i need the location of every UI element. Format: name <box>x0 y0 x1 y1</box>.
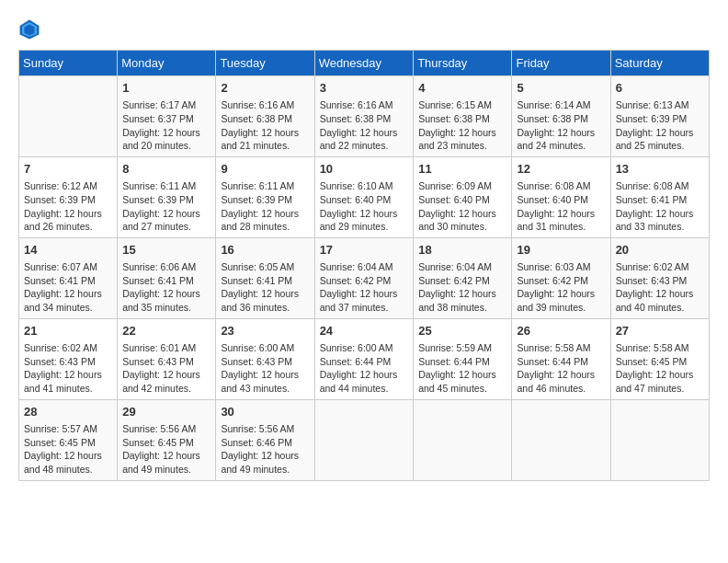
day-info: Sunrise: 6:10 AM Sunset: 6:40 PM Dayligh… <box>320 179 409 234</box>
day-info: Sunrise: 6:08 AM Sunset: 6:41 PM Dayligh… <box>616 179 704 234</box>
day-of-week-header: Tuesday <box>216 51 314 76</box>
calendar-week-row: 7Sunrise: 6:12 AM Sunset: 6:39 PM Daylig… <box>19 156 710 237</box>
day-of-week-header: Saturday <box>610 51 709 76</box>
calendar-cell <box>19 76 118 157</box>
day-of-week-header: Monday <box>118 51 216 76</box>
day-number: 29 <box>122 404 210 420</box>
calendar-cell: 16Sunrise: 6:05 AM Sunset: 6:41 PM Dayli… <box>216 237 314 318</box>
day-info: Sunrise: 5:59 AM Sunset: 6:44 PM Dayligh… <box>418 341 506 396</box>
day-number: 6 <box>616 80 704 97</box>
day-number: 14 <box>24 242 112 259</box>
day-number: 11 <box>418 161 506 178</box>
day-info: Sunrise: 6:02 AM Sunset: 6:43 PM Dayligh… <box>616 260 704 315</box>
header <box>18 18 710 40</box>
day-number: 26 <box>517 323 605 339</box>
day-number: 19 <box>517 242 605 259</box>
day-number: 17 <box>320 242 409 259</box>
calendar-cell: 7Sunrise: 6:12 AM Sunset: 6:39 PM Daylig… <box>19 156 118 237</box>
day-info: Sunrise: 6:16 AM Sunset: 6:38 PM Dayligh… <box>221 98 309 153</box>
day-info: Sunrise: 6:07 AM Sunset: 6:41 PM Dayligh… <box>24 260 112 315</box>
calendar-cell <box>610 399 709 480</box>
calendar-cell <box>314 399 414 480</box>
calendar-cell: 9Sunrise: 6:11 AM Sunset: 6:39 PM Daylig… <box>216 156 314 237</box>
calendar-cell: 8Sunrise: 6:11 AM Sunset: 6:39 PM Daylig… <box>118 156 216 237</box>
calendar-cell: 18Sunrise: 6:04 AM Sunset: 6:42 PM Dayli… <box>414 237 512 318</box>
day-number: 25 <box>418 323 506 339</box>
calendar-cell: 4Sunrise: 6:15 AM Sunset: 6:38 PM Daylig… <box>414 76 512 157</box>
logo-icon <box>18 18 40 40</box>
day-info: Sunrise: 6:15 AM Sunset: 6:38 PM Dayligh… <box>418 98 506 153</box>
calendar-week-row: 28Sunrise: 5:57 AM Sunset: 6:45 PM Dayli… <box>19 399 710 480</box>
day-number: 12 <box>517 161 605 178</box>
day-info: Sunrise: 6:04 AM Sunset: 6:42 PM Dayligh… <box>418 260 506 315</box>
calendar-cell: 27Sunrise: 5:58 AM Sunset: 6:45 PM Dayli… <box>610 318 709 399</box>
calendar-cell: 14Sunrise: 6:07 AM Sunset: 6:41 PM Dayli… <box>19 237 118 318</box>
day-number: 16 <box>221 242 309 259</box>
day-info: Sunrise: 6:11 AM Sunset: 6:39 PM Dayligh… <box>221 179 309 234</box>
day-number: 2 <box>221 80 309 97</box>
calendar-cell: 23Sunrise: 6:00 AM Sunset: 6:43 PM Dayli… <box>216 318 314 399</box>
day-of-week-header: Sunday <box>19 51 118 76</box>
day-info: Sunrise: 6:11 AM Sunset: 6:39 PM Dayligh… <box>122 179 210 234</box>
calendar-cell: 26Sunrise: 5:58 AM Sunset: 6:44 PM Dayli… <box>512 318 610 399</box>
calendar-cell: 11Sunrise: 6:09 AM Sunset: 6:40 PM Dayli… <box>414 156 512 237</box>
calendar-cell: 10Sunrise: 6:10 AM Sunset: 6:40 PM Dayli… <box>314 156 414 237</box>
calendar-cell: 5Sunrise: 6:14 AM Sunset: 6:38 PM Daylig… <box>512 76 610 157</box>
calendar-cell: 17Sunrise: 6:04 AM Sunset: 6:42 PM Dayli… <box>314 237 414 318</box>
calendar-cell: 3Sunrise: 6:16 AM Sunset: 6:38 PM Daylig… <box>314 76 414 157</box>
calendar-cell <box>512 399 610 480</box>
calendar-cell: 6Sunrise: 6:13 AM Sunset: 6:39 PM Daylig… <box>610 76 709 157</box>
calendar-cell <box>414 399 512 480</box>
day-of-week-header: Wednesday <box>314 51 414 76</box>
day-number: 15 <box>122 242 210 259</box>
day-info: Sunrise: 6:16 AM Sunset: 6:38 PM Dayligh… <box>320 98 409 153</box>
day-number: 9 <box>221 161 309 178</box>
day-number: 3 <box>320 80 409 97</box>
day-number: 8 <box>122 161 210 178</box>
day-info: Sunrise: 6:08 AM Sunset: 6:40 PM Dayligh… <box>517 179 605 234</box>
day-info: Sunrise: 6:12 AM Sunset: 6:39 PM Dayligh… <box>24 179 112 234</box>
day-info: Sunrise: 5:58 AM Sunset: 6:45 PM Dayligh… <box>616 341 704 396</box>
calendar-table: SundayMondayTuesdayWednesdayThursdayFrid… <box>18 50 710 481</box>
day-info: Sunrise: 6:13 AM Sunset: 6:39 PM Dayligh… <box>616 98 704 153</box>
calendar-cell: 1Sunrise: 6:17 AM Sunset: 6:37 PM Daylig… <box>118 76 216 157</box>
day-number: 7 <box>24 161 112 178</box>
calendar-week-row: 14Sunrise: 6:07 AM Sunset: 6:41 PM Dayli… <box>19 237 710 318</box>
day-number: 23 <box>221 323 309 339</box>
day-number: 13 <box>616 161 704 178</box>
day-info: Sunrise: 6:17 AM Sunset: 6:37 PM Dayligh… <box>122 98 210 153</box>
day-info: Sunrise: 6:03 AM Sunset: 6:42 PM Dayligh… <box>517 260 605 315</box>
day-info: Sunrise: 6:00 AM Sunset: 6:44 PM Dayligh… <box>320 341 409 396</box>
day-info: Sunrise: 6:02 AM Sunset: 6:43 PM Dayligh… <box>24 341 112 396</box>
day-number: 18 <box>418 242 506 259</box>
day-of-week-header: Friday <box>512 51 610 76</box>
day-of-week-header: Thursday <box>414 51 512 76</box>
calendar-week-row: 1Sunrise: 6:17 AM Sunset: 6:37 PM Daylig… <box>19 76 710 157</box>
day-number: 22 <box>122 323 210 339</box>
day-number: 21 <box>24 323 112 339</box>
calendar-cell: 28Sunrise: 5:57 AM Sunset: 6:45 PM Dayli… <box>19 399 118 480</box>
day-number: 5 <box>517 80 605 97</box>
calendar-week-row: 21Sunrise: 6:02 AM Sunset: 6:43 PM Dayli… <box>19 318 710 399</box>
day-number: 24 <box>320 323 409 339</box>
calendar-cell: 15Sunrise: 6:06 AM Sunset: 6:41 PM Dayli… <box>118 237 216 318</box>
calendar-body: 1Sunrise: 6:17 AM Sunset: 6:37 PM Daylig… <box>19 76 710 481</box>
calendar-cell: 2Sunrise: 6:16 AM Sunset: 6:38 PM Daylig… <box>216 76 314 157</box>
day-info: Sunrise: 6:14 AM Sunset: 6:38 PM Dayligh… <box>517 98 605 153</box>
day-info: Sunrise: 5:57 AM Sunset: 6:45 PM Dayligh… <box>24 422 112 477</box>
calendar-cell: 13Sunrise: 6:08 AM Sunset: 6:41 PM Dayli… <box>610 156 709 237</box>
logo <box>18 18 44 40</box>
day-info: Sunrise: 6:09 AM Sunset: 6:40 PM Dayligh… <box>418 179 506 234</box>
calendar-cell: 22Sunrise: 6:01 AM Sunset: 6:43 PM Dayli… <box>118 318 216 399</box>
day-info: Sunrise: 5:58 AM Sunset: 6:44 PM Dayligh… <box>517 341 605 396</box>
day-info: Sunrise: 6:04 AM Sunset: 6:42 PM Dayligh… <box>320 260 409 315</box>
calendar-cell: 12Sunrise: 6:08 AM Sunset: 6:40 PM Dayli… <box>512 156 610 237</box>
day-number: 1 <box>122 80 210 97</box>
day-info: Sunrise: 6:05 AM Sunset: 6:41 PM Dayligh… <box>221 260 309 315</box>
calendar-cell: 30Sunrise: 5:56 AM Sunset: 6:46 PM Dayli… <box>216 399 314 480</box>
day-number: 20 <box>616 242 704 259</box>
day-number: 10 <box>320 161 409 178</box>
day-info: Sunrise: 6:01 AM Sunset: 6:43 PM Dayligh… <box>122 341 210 396</box>
calendar-cell: 25Sunrise: 5:59 AM Sunset: 6:44 PM Dayli… <box>414 318 512 399</box>
day-number: 30 <box>221 404 309 420</box>
